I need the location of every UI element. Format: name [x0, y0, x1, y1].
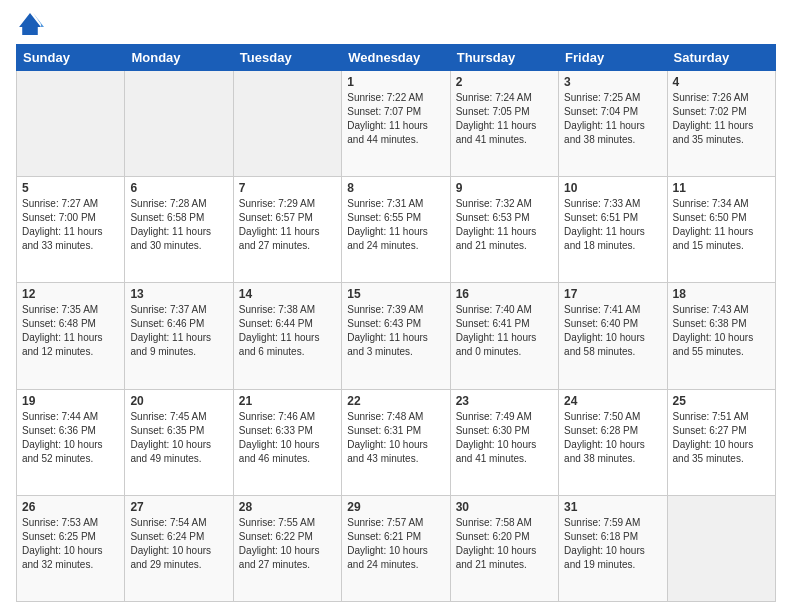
day-info: Sunrise: 7:44 AM Sunset: 6:36 PM Dayligh…	[22, 410, 119, 466]
week-row-4: 19Sunrise: 7:44 AM Sunset: 6:36 PM Dayli…	[17, 389, 776, 495]
day-info: Sunrise: 7:40 AM Sunset: 6:41 PM Dayligh…	[456, 303, 553, 359]
day-cell: 11Sunrise: 7:34 AM Sunset: 6:50 PM Dayli…	[667, 177, 775, 283]
weekday-header-wednesday: Wednesday	[342, 45, 450, 71]
day-info: Sunrise: 7:31 AM Sunset: 6:55 PM Dayligh…	[347, 197, 444, 253]
day-cell: 31Sunrise: 7:59 AM Sunset: 6:18 PM Dayli…	[559, 495, 667, 601]
day-cell: 27Sunrise: 7:54 AM Sunset: 6:24 PM Dayli…	[125, 495, 233, 601]
day-cell: 29Sunrise: 7:57 AM Sunset: 6:21 PM Dayli…	[342, 495, 450, 601]
day-info: Sunrise: 7:32 AM Sunset: 6:53 PM Dayligh…	[456, 197, 553, 253]
day-cell: 28Sunrise: 7:55 AM Sunset: 6:22 PM Dayli…	[233, 495, 341, 601]
day-info: Sunrise: 7:59 AM Sunset: 6:18 PM Dayligh…	[564, 516, 661, 572]
logo-icon	[16, 10, 44, 38]
day-number: 3	[564, 75, 661, 89]
logo	[16, 10, 48, 38]
day-cell: 20Sunrise: 7:45 AM Sunset: 6:35 PM Dayli…	[125, 389, 233, 495]
day-number: 6	[130, 181, 227, 195]
day-info: Sunrise: 7:34 AM Sunset: 6:50 PM Dayligh…	[673, 197, 770, 253]
day-cell: 2Sunrise: 7:24 AM Sunset: 7:05 PM Daylig…	[450, 71, 558, 177]
day-info: Sunrise: 7:39 AM Sunset: 6:43 PM Dayligh…	[347, 303, 444, 359]
day-number: 10	[564, 181, 661, 195]
week-row-3: 12Sunrise: 7:35 AM Sunset: 6:48 PM Dayli…	[17, 283, 776, 389]
weekday-header-thursday: Thursday	[450, 45, 558, 71]
day-info: Sunrise: 7:27 AM Sunset: 7:00 PM Dayligh…	[22, 197, 119, 253]
day-cell: 30Sunrise: 7:58 AM Sunset: 6:20 PM Dayli…	[450, 495, 558, 601]
day-info: Sunrise: 7:26 AM Sunset: 7:02 PM Dayligh…	[673, 91, 770, 147]
day-number: 23	[456, 394, 553, 408]
day-number: 5	[22, 181, 119, 195]
day-info: Sunrise: 7:53 AM Sunset: 6:25 PM Dayligh…	[22, 516, 119, 572]
day-info: Sunrise: 7:38 AM Sunset: 6:44 PM Dayligh…	[239, 303, 336, 359]
day-number: 12	[22, 287, 119, 301]
day-number: 7	[239, 181, 336, 195]
day-cell: 16Sunrise: 7:40 AM Sunset: 6:41 PM Dayli…	[450, 283, 558, 389]
day-cell: 19Sunrise: 7:44 AM Sunset: 6:36 PM Dayli…	[17, 389, 125, 495]
day-cell: 6Sunrise: 7:28 AM Sunset: 6:58 PM Daylig…	[125, 177, 233, 283]
day-cell: 10Sunrise: 7:33 AM Sunset: 6:51 PM Dayli…	[559, 177, 667, 283]
weekday-header-row: SundayMondayTuesdayWednesdayThursdayFrid…	[17, 45, 776, 71]
day-number: 28	[239, 500, 336, 514]
weekday-header-sunday: Sunday	[17, 45, 125, 71]
day-number: 9	[456, 181, 553, 195]
day-info: Sunrise: 7:33 AM Sunset: 6:51 PM Dayligh…	[564, 197, 661, 253]
day-info: Sunrise: 7:45 AM Sunset: 6:35 PM Dayligh…	[130, 410, 227, 466]
calendar: SundayMondayTuesdayWednesdayThursdayFrid…	[16, 44, 776, 602]
day-number: 26	[22, 500, 119, 514]
day-info: Sunrise: 7:28 AM Sunset: 6:58 PM Dayligh…	[130, 197, 227, 253]
day-info: Sunrise: 7:57 AM Sunset: 6:21 PM Dayligh…	[347, 516, 444, 572]
day-info: Sunrise: 7:58 AM Sunset: 6:20 PM Dayligh…	[456, 516, 553, 572]
week-row-2: 5Sunrise: 7:27 AM Sunset: 7:00 PM Daylig…	[17, 177, 776, 283]
day-cell: 1Sunrise: 7:22 AM Sunset: 7:07 PM Daylig…	[342, 71, 450, 177]
day-cell: 13Sunrise: 7:37 AM Sunset: 6:46 PM Dayli…	[125, 283, 233, 389]
day-cell: 14Sunrise: 7:38 AM Sunset: 6:44 PM Dayli…	[233, 283, 341, 389]
day-number: 2	[456, 75, 553, 89]
day-cell: 24Sunrise: 7:50 AM Sunset: 6:28 PM Dayli…	[559, 389, 667, 495]
day-info: Sunrise: 7:46 AM Sunset: 6:33 PM Dayligh…	[239, 410, 336, 466]
day-number: 13	[130, 287, 227, 301]
day-number: 24	[564, 394, 661, 408]
day-number: 4	[673, 75, 770, 89]
day-cell: 23Sunrise: 7:49 AM Sunset: 6:30 PM Dayli…	[450, 389, 558, 495]
day-number: 20	[130, 394, 227, 408]
day-info: Sunrise: 7:22 AM Sunset: 7:07 PM Dayligh…	[347, 91, 444, 147]
day-cell: 25Sunrise: 7:51 AM Sunset: 6:27 PM Dayli…	[667, 389, 775, 495]
day-info: Sunrise: 7:54 AM Sunset: 6:24 PM Dayligh…	[130, 516, 227, 572]
day-cell: 18Sunrise: 7:43 AM Sunset: 6:38 PM Dayli…	[667, 283, 775, 389]
day-number: 29	[347, 500, 444, 514]
day-cell	[667, 495, 775, 601]
day-info: Sunrise: 7:37 AM Sunset: 6:46 PM Dayligh…	[130, 303, 227, 359]
day-info: Sunrise: 7:25 AM Sunset: 7:04 PM Dayligh…	[564, 91, 661, 147]
day-cell: 9Sunrise: 7:32 AM Sunset: 6:53 PM Daylig…	[450, 177, 558, 283]
day-number: 15	[347, 287, 444, 301]
day-cell	[125, 71, 233, 177]
header	[16, 10, 776, 38]
day-number: 21	[239, 394, 336, 408]
day-number: 11	[673, 181, 770, 195]
day-info: Sunrise: 7:29 AM Sunset: 6:57 PM Dayligh…	[239, 197, 336, 253]
day-number: 27	[130, 500, 227, 514]
day-info: Sunrise: 7:41 AM Sunset: 6:40 PM Dayligh…	[564, 303, 661, 359]
weekday-header-saturday: Saturday	[667, 45, 775, 71]
day-number: 18	[673, 287, 770, 301]
day-info: Sunrise: 7:35 AM Sunset: 6:48 PM Dayligh…	[22, 303, 119, 359]
day-number: 25	[673, 394, 770, 408]
day-number: 1	[347, 75, 444, 89]
day-cell: 4Sunrise: 7:26 AM Sunset: 7:02 PM Daylig…	[667, 71, 775, 177]
day-cell: 8Sunrise: 7:31 AM Sunset: 6:55 PM Daylig…	[342, 177, 450, 283]
day-number: 16	[456, 287, 553, 301]
day-cell	[17, 71, 125, 177]
svg-marker-0	[19, 13, 41, 35]
weekday-header-friday: Friday	[559, 45, 667, 71]
weekday-header-monday: Monday	[125, 45, 233, 71]
day-cell: 5Sunrise: 7:27 AM Sunset: 7:00 PM Daylig…	[17, 177, 125, 283]
day-cell: 26Sunrise: 7:53 AM Sunset: 6:25 PM Dayli…	[17, 495, 125, 601]
day-number: 31	[564, 500, 661, 514]
day-number: 14	[239, 287, 336, 301]
day-info: Sunrise: 7:51 AM Sunset: 6:27 PM Dayligh…	[673, 410, 770, 466]
day-cell	[233, 71, 341, 177]
page: SundayMondayTuesdayWednesdayThursdayFrid…	[0, 0, 792, 612]
day-number: 8	[347, 181, 444, 195]
day-cell: 22Sunrise: 7:48 AM Sunset: 6:31 PM Dayli…	[342, 389, 450, 495]
week-row-1: 1Sunrise: 7:22 AM Sunset: 7:07 PM Daylig…	[17, 71, 776, 177]
day-number: 19	[22, 394, 119, 408]
day-cell: 7Sunrise: 7:29 AM Sunset: 6:57 PM Daylig…	[233, 177, 341, 283]
